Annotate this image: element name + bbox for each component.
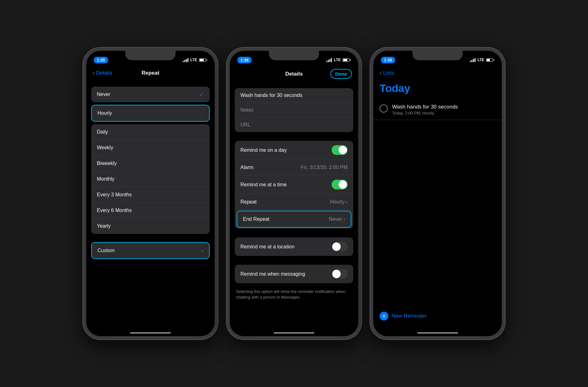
remind-time-toggle[interactable] xyxy=(332,180,348,189)
battery-tip-3 xyxy=(494,59,494,61)
repeat-value: Hourly › xyxy=(330,199,348,205)
remind-day-row[interactable]: Remind me on a day xyxy=(235,141,353,160)
remind-messaging-row[interactable]: Remind me when messaging xyxy=(235,265,353,283)
time-3: 1:36 xyxy=(381,57,395,63)
notes-field[interactable]: Notes xyxy=(235,103,353,118)
toggle-knob-4 xyxy=(332,270,341,278)
url-field[interactable]: URL xyxy=(235,118,353,132)
signal-2 xyxy=(326,58,332,62)
list-item-yearly[interactable]: Yearly xyxy=(91,218,210,234)
repeat-label: Repeat xyxy=(240,199,257,205)
list-item-never[interactable]: Never ✓ xyxy=(91,87,210,102)
messaging-toggle[interactable] xyxy=(332,269,348,279)
phone-2: 1:36 LTE xyxy=(227,48,361,339)
never-label: Never xyxy=(97,92,110,97)
lte-3: LTE xyxy=(477,58,484,62)
list-item-every6[interactable]: Every 6 Months xyxy=(91,203,210,218)
new-reminder-button[interactable]: + New Reminder xyxy=(380,312,427,321)
task-section: Wash hands for 30 seconds Notes URL xyxy=(235,88,353,132)
every3-label: Every 3 Months xyxy=(97,192,132,198)
chevron-left-icon-1: ‹ xyxy=(92,69,95,77)
monthly-label: Monthly xyxy=(97,176,114,182)
s2-b1 xyxy=(326,61,327,62)
status-bar-1: 1:35 LTE xyxy=(86,51,215,66)
s3-b2 xyxy=(471,60,472,62)
reminder-circle xyxy=(380,104,388,113)
list-item-hourly[interactable]: Hourly xyxy=(92,105,209,121)
battery-body-2 xyxy=(343,58,349,62)
remind-location-row[interactable]: Remind me at a location xyxy=(235,237,353,256)
remind-time-row[interactable]: Remind me at a time xyxy=(235,175,353,194)
status-right-1: LTE xyxy=(183,58,207,62)
list-item-custom[interactable]: Custom › xyxy=(92,243,209,258)
remind-time-label: Remind me at a time xyxy=(240,182,287,188)
time-2: 1:36 xyxy=(237,57,252,63)
alarm-label: Alarm xyxy=(240,165,254,170)
phone-3: 1:36 LTE xyxy=(370,48,505,339)
status-right-3: LTE xyxy=(470,58,494,62)
weekly-label: Weekly xyxy=(97,145,113,151)
back-button-3[interactable]: ‹ Lists xyxy=(380,69,394,77)
battery-tip-1 xyxy=(207,59,207,61)
remind-day-toggle[interactable] xyxy=(332,145,348,155)
signal-bar-2 xyxy=(184,60,185,62)
battery-fill-3 xyxy=(487,59,490,61)
chevron-left-icon-3: ‹ xyxy=(380,69,382,77)
battery-3 xyxy=(486,58,494,62)
check-icon: ✓ xyxy=(199,91,204,98)
messaging-section: Remind me when messaging xyxy=(235,265,353,283)
s3-b4 xyxy=(475,58,475,62)
alarm-row[interactable]: Alarm Fri, 3/13/20, 2:00 PM xyxy=(235,160,353,175)
list-item-daily[interactable]: Daily xyxy=(91,124,210,140)
today-title: Today xyxy=(373,80,502,99)
reminder-title: Wash hands for 30 seconds xyxy=(392,104,496,110)
home-indicator-3 xyxy=(417,332,458,334)
status-right-2: LTE xyxy=(326,58,351,62)
home-indicator-1 xyxy=(130,332,171,334)
s2-b3 xyxy=(329,59,330,62)
signal-bar-1 xyxy=(183,61,184,62)
s3-b3 xyxy=(473,59,474,62)
location-toggle[interactable] xyxy=(332,242,348,252)
status-bar-2: 1:36 LTE xyxy=(230,51,358,66)
nav-3: ‹ Lists xyxy=(373,66,502,80)
back-button-1[interactable]: ‹ Details xyxy=(92,69,112,77)
list-item-monthly[interactable]: Monthly xyxy=(91,171,210,187)
lte-1: LTE xyxy=(190,58,197,62)
s3-b1 xyxy=(470,61,471,62)
remind-day-label: Remind me on a day xyxy=(240,147,287,153)
custom-item[interactable]: Custom › xyxy=(92,243,209,258)
done-button[interactable]: Done xyxy=(330,69,352,79)
list-item-biweekly[interactable]: Biweekly xyxy=(91,156,210,171)
s2-b4 xyxy=(331,58,332,62)
every6-label: Every 6 Months xyxy=(97,208,132,213)
status-bar-3: 1:36 LTE xyxy=(373,51,502,66)
custom-highlighted-wrapper: Custom › xyxy=(91,242,210,259)
signal-bar-3 xyxy=(186,59,187,62)
repeat-list-top: Never ✓ xyxy=(91,87,210,102)
reminder-item[interactable]: Wash hands for 30 seconds Today, 2:00 PM… xyxy=(373,99,502,120)
list-item-every3[interactable]: Every 3 Months xyxy=(91,187,210,203)
nav-1: ‹ Details Repeat xyxy=(86,66,215,80)
battery-fill-2 xyxy=(343,59,347,61)
custom-chevron-icon: › xyxy=(202,248,203,253)
alarm-value: Fri, 3/13/20, 2:00 PM xyxy=(301,165,348,170)
repeat-row[interactable]: Repeat Hourly › xyxy=(235,194,353,210)
end-repeat-row[interactable]: End Repeat Never › xyxy=(237,211,351,227)
time-1: 1:35 xyxy=(94,57,108,63)
daily-label: Daily xyxy=(97,129,108,135)
toggle-knob-2 xyxy=(339,180,347,189)
remind-messaging-label: Remind me when messaging xyxy=(240,271,305,277)
back-label-1: Details xyxy=(96,70,112,76)
nav-2: Details Done xyxy=(230,66,358,82)
battery-tip-2 xyxy=(350,59,351,61)
battery-body-3 xyxy=(486,58,493,62)
location-section: Remind me at a location xyxy=(235,237,353,256)
biweekly-label: Biweekly xyxy=(97,161,117,166)
phone-1: 1:35 LTE xyxy=(83,48,218,339)
list-item-weekly[interactable]: Weekly xyxy=(91,140,210,156)
task-title-field[interactable]: Wash hands for 30 seconds xyxy=(235,88,353,103)
nav-title-1: Repeat xyxy=(142,70,160,76)
signal-3 xyxy=(470,58,475,62)
hourly-item[interactable]: Hourly xyxy=(92,105,209,121)
